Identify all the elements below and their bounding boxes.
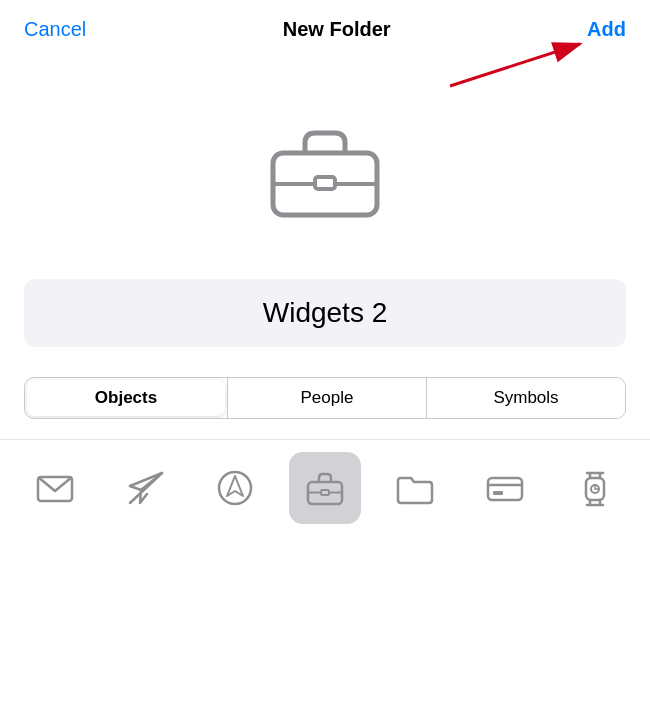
header: Cancel New Folder Add xyxy=(0,0,650,55)
tab-symbols[interactable]: Symbols xyxy=(426,378,625,418)
envelope-icon-cell[interactable] xyxy=(19,452,91,524)
svg-rect-18 xyxy=(493,491,503,495)
tab-people[interactable]: People xyxy=(227,378,426,418)
creditcard-icon-cell[interactable] xyxy=(469,452,541,524)
paperplane-icon-cell[interactable] xyxy=(109,452,181,524)
svg-marker-11 xyxy=(227,476,243,496)
folder-name-container xyxy=(0,279,650,347)
page-title: New Folder xyxy=(283,18,391,41)
folder-name-input[interactable] xyxy=(24,279,626,347)
briefcase-icon-cell[interactable] xyxy=(289,452,361,524)
svg-rect-3 xyxy=(315,177,335,189)
icon-grid xyxy=(0,439,650,536)
icon-category-tabs: Objects People Symbols xyxy=(24,377,626,419)
svg-line-8 xyxy=(130,473,162,486)
location-icon-cell[interactable] xyxy=(199,452,271,524)
watch-icon-cell[interactable] xyxy=(559,452,631,524)
cancel-button[interactable]: Cancel xyxy=(24,18,86,41)
svg-line-9 xyxy=(130,486,141,490)
add-button[interactable]: Add xyxy=(587,18,626,41)
svg-rect-16 xyxy=(488,478,522,500)
svg-rect-13 xyxy=(321,490,329,495)
briefcase-large-icon xyxy=(265,115,385,229)
selected-icon-preview xyxy=(0,55,650,279)
folder-icon-cell[interactable] xyxy=(379,452,451,524)
tab-objects[interactable]: Objects xyxy=(27,380,225,416)
